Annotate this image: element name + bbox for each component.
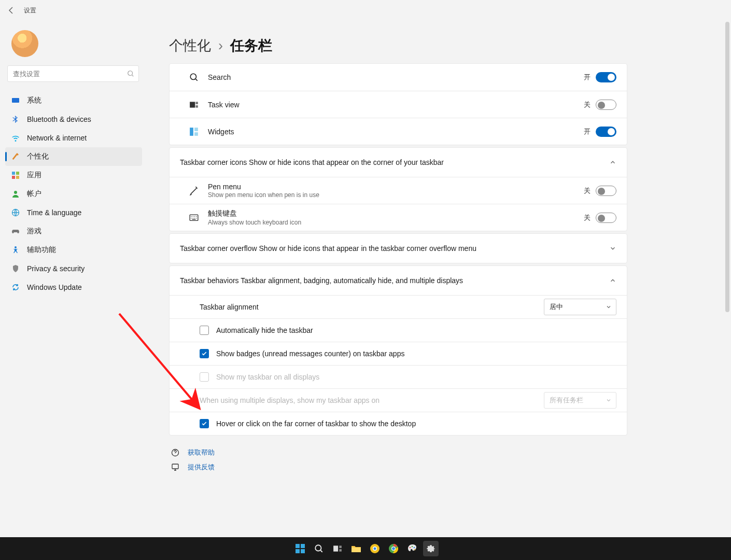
svg-point-8	[15, 246, 17, 248]
breadcrumb-parent[interactable]: 个性化	[169, 36, 211, 55]
taskbar-chrome-canary-button[interactable]	[367, 541, 383, 556]
link-get-help[interactable]: 获取帮助	[171, 448, 627, 457]
sidebar-item-system[interactable]: 系统	[5, 91, 142, 110]
sidebar-item-accessibility[interactable]: 辅助功能	[5, 241, 142, 259]
help-links: 获取帮助 提供反馈	[169, 448, 627, 472]
svg-point-34	[392, 547, 395, 550]
taskbar-chrome-button[interactable]	[386, 541, 401, 556]
row-label: Automatically hide the taskbar	[216, 326, 616, 334]
link-feedback[interactable]: 提供反馈	[171, 463, 627, 472]
search-input-wrapper[interactable]	[7, 65, 139, 82]
taskbar-start-button[interactable]	[292, 541, 308, 556]
chevron-up-icon	[609, 159, 616, 166]
select-value: 所有任务栏	[550, 396, 583, 405]
display-icon	[11, 96, 20, 105]
checkbox-hover-corner[interactable]	[200, 419, 209, 428]
taskbar-explorer-button[interactable]	[348, 541, 364, 556]
taskbar-taskview-button[interactable]	[330, 541, 345, 556]
toggle-widgets[interactable]	[596, 127, 616, 137]
svg-rect-3	[16, 172, 19, 175]
update-icon	[11, 283, 20, 291]
toggle-state-label: 关	[584, 213, 591, 222]
section-title: Taskbar corner overflow	[180, 244, 257, 253]
taskview-icon	[189, 100, 199, 109]
svg-rect-22	[296, 549, 300, 553]
row-multi-where: When using multiple displays, show my ta…	[170, 388, 627, 412]
row-badges[interactable]: Show badges (unread messages counter) on…	[170, 342, 627, 365]
checkbox-auto-hide[interactable]	[200, 326, 209, 335]
section-subtitle: Show or hide icons that appear in the ta…	[259, 244, 476, 253]
row-auto-hide[interactable]: Automatically hide the taskbar	[170, 318, 627, 342]
row-alignment: Taskbar alignment 居中	[170, 295, 627, 318]
search-icon	[127, 70, 134, 77]
taskbar-search-button[interactable]	[311, 541, 327, 556]
sidebar-item-personalization[interactable]: 个性化	[5, 147, 142, 166]
svg-point-24	[315, 545, 321, 551]
section-title: Taskbar behaviors	[180, 276, 239, 285]
sidebar-item-label: Bluetooth & devices	[27, 115, 91, 123]
sidebar-item-apps[interactable]: 应用	[5, 166, 142, 185]
row-hover-corner[interactable]: Hover or click on the far corner of task…	[170, 412, 627, 435]
sidebar-item-label: 游戏	[27, 227, 41, 236]
sidebar-item-gaming[interactable]: 游戏	[5, 222, 142, 241]
taskbar-paint-button[interactable]	[404, 541, 420, 556]
sidebar-item-label: Network & internet	[27, 134, 87, 142]
svg-rect-20	[296, 544, 300, 548]
row-label: When using multiple displays, show my ta…	[200, 396, 544, 404]
svg-rect-26	[339, 545, 342, 548]
taskbar-settings-button[interactable]	[423, 541, 439, 556]
person-icon	[11, 190, 20, 198]
sidebar-item-windows-update[interactable]: Windows Update	[5, 278, 142, 297]
toggle-touch-keyboard[interactable]	[596, 213, 616, 223]
section-subtitle: Taskbar alignment, badging, automaticall…	[241, 276, 463, 285]
section-header-overflow[interactable]: Taskbar corner overflow Show or hide ico…	[170, 234, 627, 263]
feedback-icon	[171, 463, 179, 471]
row-taskview: Task view 关	[170, 91, 627, 118]
link-label: 提供反馈	[188, 463, 215, 472]
scrollbar[interactable]	[723, 22, 731, 473]
accessibility-icon	[11, 246, 20, 254]
toggle-taskview[interactable]	[596, 100, 616, 110]
sidebar-item-accounts[interactable]: 帐户	[5, 185, 142, 203]
toggle-pen-menu[interactable]	[596, 186, 616, 196]
svg-rect-11	[195, 102, 198, 104]
row-touch-keyboard: 触摸键盘 Always show touch keyboard icon 关	[170, 204, 627, 231]
link-label: 获取帮助	[188, 448, 215, 457]
svg-point-37	[414, 547, 415, 549]
svg-rect-13	[190, 128, 193, 136]
content: 个性化 › 任务栏 Search 开 Task view 关 Wid	[156, 21, 731, 472]
gamepad-icon	[11, 227, 20, 235]
svg-rect-5	[16, 176, 19, 179]
pen-icon	[189, 186, 199, 195]
section-header-corner-icons[interactable]: Taskbar corner icons Show or hide icons …	[170, 148, 627, 177]
sidebar-item-label: 辅助功能	[27, 245, 56, 255]
row-label: Task view	[208, 101, 240, 109]
select-value: 居中	[550, 302, 563, 312]
sidebar-item-time-language[interactable]: Time & language	[5, 203, 142, 222]
avatar[interactable]	[11, 30, 38, 57]
search-input[interactable]	[12, 69, 127, 78]
sidebar: 系统 Bluetooth & devices Network & interne…	[0, 21, 156, 472]
svg-rect-4	[12, 176, 15, 179]
back-icon[interactable]	[7, 6, 16, 15]
sidebar-item-network[interactable]: Network & internet	[5, 129, 142, 147]
help-icon	[171, 449, 179, 457]
section-header-behaviors[interactable]: Taskbar behaviors Taskbar alignment, bad…	[170, 266, 627, 295]
checkbox-badges[interactable]	[200, 349, 209, 358]
row-label: Search	[208, 73, 231, 81]
row-all-displays: Show my taskbar on all displays	[170, 365, 627, 388]
svg-point-9	[190, 74, 196, 79]
svg-rect-10	[190, 102, 195, 107]
toggle-search[interactable]	[596, 72, 616, 82]
sidebar-item-bluetooth[interactable]: Bluetooth & devices	[5, 110, 142, 129]
svg-point-35	[410, 547, 411, 549]
sidebar-item-label: 个性化	[27, 152, 49, 161]
svg-rect-2	[12, 172, 15, 175]
select-alignment[interactable]: 居中	[544, 299, 616, 315]
sidebar-item-privacy[interactable]: Privacy & security	[5, 259, 142, 278]
row-label: 触摸键盘	[208, 209, 584, 218]
sidebar-item-label: 帐户	[27, 189, 41, 199]
row-label: Taskbar alignment	[200, 303, 544, 311]
sidebar-item-label: 应用	[27, 171, 41, 180]
svg-rect-21	[301, 544, 305, 548]
